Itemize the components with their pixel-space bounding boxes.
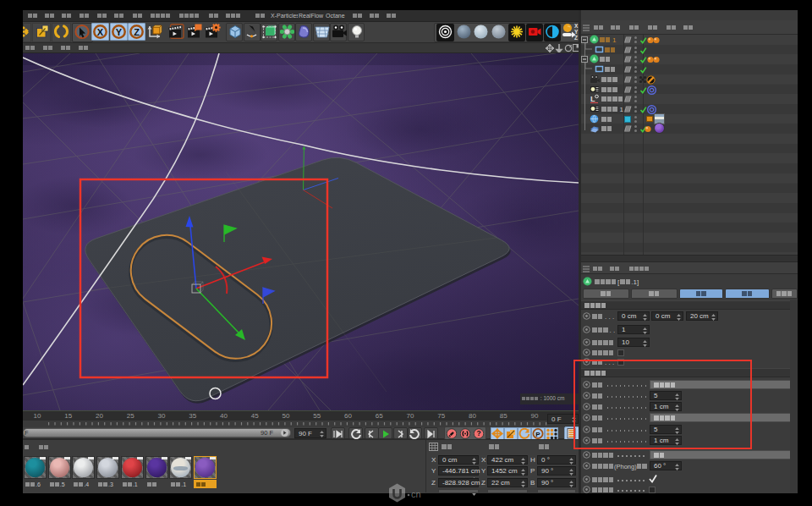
svg-text:P: P [535, 431, 540, 438]
svg-text:?: ? [476, 429, 480, 437]
svg-text:Y: Y [116, 27, 123, 37]
svg-text:Z: Z [134, 27, 140, 37]
svg-text:cn: cn [411, 489, 421, 499]
svg-text:L: L [590, 95, 595, 103]
svg-text:X: X [97, 27, 104, 37]
svg-text:Z: Z [574, 35, 578, 41]
